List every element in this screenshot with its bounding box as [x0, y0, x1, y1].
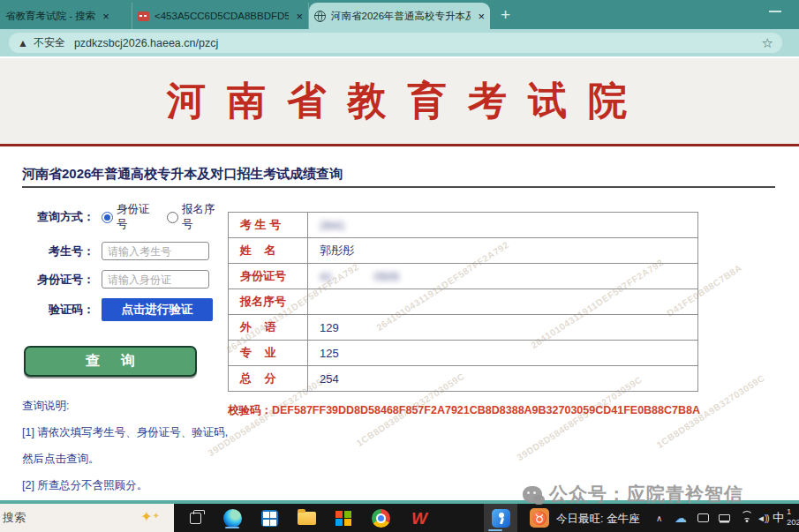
captcha-row: 验证码： 点击进行验证 [22, 298, 223, 321]
notes-line: 然后点击查询。 [22, 452, 287, 467]
url-text[interactable]: pzdkzsbcj2026.haeea.cn/pzcj [74, 37, 762, 49]
zodiac-widget-icon[interactable]: ♉ [530, 508, 549, 528]
table-row: 外 语129 [229, 315, 698, 341]
candidate-number-value: 2641 [320, 219, 345, 232]
name-value: 郭彤彤 [320, 244, 354, 257]
total-score: 254 [320, 372, 339, 386]
table-row: 姓 名郭彤彤 [229, 238, 698, 264]
row-label: 考 生 号 [229, 213, 308, 238]
active-app-indicator [225, 527, 239, 529]
tab-close-icon[interactable]: × [296, 10, 303, 23]
edge-icon [223, 509, 242, 528]
table-row: 专 业125 [229, 341, 698, 366]
active-blue-app-button[interactable] [484, 504, 517, 532]
bookmark-star-icon[interactable]: ☆ [762, 35, 773, 51]
radio-registration-number[interactable] [167, 212, 178, 223]
tab-close-icon[interactable]: × [478, 10, 485, 23]
page-title: 河南省2026年普通高校专升本及对口招生考试成绩查询 [22, 166, 343, 183]
file-explorer-button[interactable] [295, 507, 318, 529]
copilot-sparkle-icon[interactable]: ✦✦ [140, 508, 160, 525]
candidate-number-input[interactable] [102, 242, 209, 260]
candidate-number-label: 考生号： [22, 244, 94, 259]
screen-cast-icon[interactable] [697, 504, 709, 532]
title-divider [22, 186, 775, 188]
notes-line: [1] 请依次填写考生号、身份证号、验证码, [22, 425, 287, 440]
row-label: 姓 名 [229, 238, 308, 264]
task-view-icon [190, 513, 201, 524]
m365-button[interactable] [332, 507, 355, 529]
chrome-button[interactable] [369, 507, 392, 529]
tab-title: 省教育考试院 - 搜索 [5, 10, 95, 23]
id-number-row: 身份证号： [22, 270, 223, 288]
row-label: 专 业 [229, 341, 308, 366]
row-label: 总 分 [229, 366, 308, 392]
captcha-label: 验证码： [22, 302, 94, 318]
radio-id-number[interactable] [102, 212, 113, 223]
taskbar-search-box[interactable]: 搜索 ✦✦ [0, 504, 174, 532]
browser-address-row: ▲ 不安全 pzdkzsbcj2026.haeea.cn/pzcj ☆ [0, 29, 799, 56]
wifi-icon[interactable] [740, 513, 754, 523]
tab-title: 河南省2026年普通高校专升本及对 [331, 10, 471, 23]
new-tab-button[interactable]: + [501, 5, 510, 25]
blue-app-icon [492, 509, 510, 528]
task-view-button[interactable] [184, 507, 207, 529]
tab-close-icon[interactable]: × [102, 10, 109, 23]
microsoft-store-icon [261, 510, 278, 527]
window-minimize-button[interactable] [769, 11, 781, 12]
score-result-panel: 26410104311911DEF587FF2A792 39DD8D58468F… [228, 212, 698, 418]
folder-icon [298, 512, 316, 525]
captcha-verify-button[interactable]: 点击进行验证 [102, 298, 213, 321]
speaker-icon[interactable]: ◄)) [757, 504, 769, 532]
id-number-label: 身份证号： [22, 272, 94, 288]
m365-icon [335, 511, 351, 527]
query-mode-label: 查询方式： [22, 209, 94, 225]
windows-taskbar: 搜索 ✦✦ W ♉ 今日最旺: 金牛座 ∧ ☁ ◄)) 中 1 202 [0, 500, 799, 532]
tray-expand-icon[interactable]: ∧ [656, 504, 662, 532]
wps-icon: W [411, 510, 427, 527]
red-favicon-icon [138, 11, 149, 21]
checksum-value: DEF587FF39DD8D58468F857F2A7921CB8D8388A9… [272, 404, 700, 416]
tab-title: <453A5CC6D5CDA8BBDFD5D05C [155, 11, 289, 21]
query-submit-button[interactable]: 查 询 [24, 346, 197, 377]
search-text: 搜索 [3, 510, 26, 526]
row-label: 身份证号 [229, 264, 308, 289]
table-row: 总 分254 [229, 366, 698, 392]
row-label: 报名序号 [229, 289, 308, 315]
row-label: 外 语 [229, 315, 308, 341]
site-banner: 河 南 省 教 育 考 试 院 [0, 58, 799, 144]
browser-tab-strip: 省教育考试院 - 搜索 × <453A5CC6D5CDA8BBDFD5D05C … [0, 0, 799, 29]
foreign-language-score: 129 [320, 321, 339, 334]
candidate-number-row: 考生号： [22, 242, 223, 260]
id-number-value: 41 0505 [320, 270, 399, 283]
active-app-indicator [488, 529, 502, 532]
tab-hex[interactable]: <453A5CC6D5CDA8BBDFD5D05C × [132, 3, 309, 29]
zodiac-widget-text[interactable]: 今日最旺: 金牛座 [556, 512, 639, 527]
id-number-input[interactable] [102, 270, 209, 288]
store-button[interactable] [258, 507, 281, 529]
tab-score-query-active[interactable]: 河南省2026年普通高校专升本及对 × [309, 3, 490, 29]
edge-button[interactable] [221, 507, 244, 529]
table-row: 报名序号 [229, 289, 698, 315]
table-row: 考 生 号2641 [229, 213, 698, 238]
taskbar-clock[interactable]: 1 202 [787, 506, 799, 528]
radio-id-number-label[interactable]: 身份证号 [117, 202, 158, 232]
globe-icon [314, 11, 326, 22]
site-title: 河 南 省 教 育 考 试 院 [167, 75, 633, 127]
cloud-sync-icon[interactable]: ☁ [675, 504, 687, 532]
notes-title: 查询说明: [22, 399, 287, 414]
not-secure-warning-icon: ▲ [18, 38, 28, 49]
radio-registration-number-label[interactable]: 报名序号 [182, 202, 223, 232]
address-bar[interactable]: ▲ 不安全 pzdkzsbcj2026.haeea.cn/pzcj ☆ [9, 33, 782, 53]
not-secure-label: 不安全 [34, 35, 65, 50]
chrome-icon [372, 509, 390, 528]
wps-button[interactable]: W [408, 507, 431, 529]
checksum-line: 校验码：DEF587FF39DD8D58468F857F2A7921CB8D83… [228, 403, 698, 418]
notes-line: [2] 所查总分不含照顾分。 [22, 478, 287, 493]
table-row: 身份证号41 0505 [229, 264, 698, 289]
query-mode-row: 查询方式： 身份证号 报名序号 [22, 202, 223, 232]
tab-search[interactable]: 省教育考试院 - 搜索 × [0, 3, 132, 29]
banner-divider [0, 144, 799, 146]
battery-icon[interactable] [719, 504, 730, 532]
ime-language-indicator[interactable]: 中 [773, 504, 784, 532]
query-form: 查询方式： 身份证号 报名序号 考生号： 身份证号： 验证码： 点击进行验证 查… [22, 202, 223, 377]
